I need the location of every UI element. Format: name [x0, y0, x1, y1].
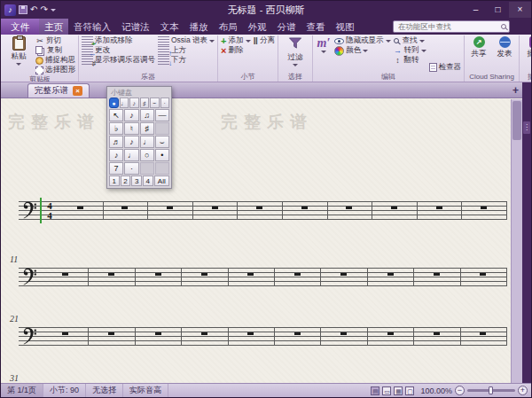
add-remove-instruments-button[interactable]: +添加或移除 [82, 36, 155, 45]
ribbon-tab-note-input[interactable]: 音符输入 [68, 19, 116, 35]
whole-bar-rest[interactable] [481, 207, 487, 209]
whole-bar-rest[interactable] [434, 332, 440, 335]
ossia-above-button[interactable]: ↑上方 [158, 46, 215, 55]
ribbon-search-input[interactable] [396, 21, 501, 32]
magnetic-layout-button[interactable]: m′ [316, 36, 332, 53]
keypad-key-r4c3[interactable]: ○ [140, 149, 154, 161]
ribbon-tab-play[interactable]: 播放 [184, 19, 214, 35]
scrollbar-thumb[interactable] [512, 101, 521, 140]
maximize-button[interactable]: □ [487, 2, 509, 18]
panel-grip-icon[interactable]: ⋮ [523, 121, 530, 134]
whole-bar-rest[interactable] [294, 273, 301, 276]
whole-bar-rest[interactable] [167, 207, 173, 209]
whole-bar-rest[interactable] [256, 207, 262, 209]
whole-bar-rest[interactable] [62, 273, 68, 276]
whole-bar-rest[interactable] [247, 273, 254, 276]
whole-bar-rest[interactable] [62, 332, 68, 335]
whole-bar-rest[interactable] [155, 332, 161, 335]
ribbon-tab-layout[interactable]: 布局 [214, 19, 243, 35]
keypad-voice-4[interactable]: 4 [143, 176, 153, 186]
close-button[interactable]: × [509, 2, 531, 18]
ossia-staff-button[interactable]: Ossia 谱表 [158, 36, 215, 45]
capture-idea-button[interactable]: 捕捉构思 [35, 56, 75, 65]
view-mode-pages-icon[interactable]: ▤ [371, 386, 379, 395]
whole-bar-rest[interactable] [247, 332, 254, 335]
zoom-slider[interactable] [467, 389, 515, 392]
score-system-3[interactable] [19, 327, 506, 347]
new-tab-button[interactable]: + [512, 83, 519, 98]
ribbon-tab-home[interactable]: 主页 [39, 19, 68, 35]
paste-button[interactable]: 粘贴 [4, 36, 33, 66]
ribbon-tab-notations[interactable]: 记谱法 [116, 19, 155, 35]
keypad-key-r5c2[interactable]: · [124, 162, 138, 175]
minimize-button[interactable]: – [465, 2, 487, 18]
keypad-key-r3c4[interactable]: ⌣ [155, 136, 169, 148]
keypad-key-r3c3[interactable]: ♩ [140, 136, 154, 148]
whole-bar-rest[interactable] [212, 207, 218, 209]
zoom-out-button[interactable]: − [455, 386, 465, 395]
whole-bar-rest[interactable] [108, 273, 114, 276]
undo-icon[interactable]: ↶ [30, 4, 37, 15]
select-graphic-button[interactable]: 选择图形 [35, 66, 75, 74]
whole-bar-rest[interactable] [434, 273, 440, 276]
whole-bar-rest[interactable] [155, 273, 161, 276]
keypad-key-r1c3[interactable]: ♫ [140, 109, 154, 121]
keypad-layout-tab-6-icon[interactable]: · [160, 98, 170, 108]
color-button[interactable]: 颜色 [334, 46, 391, 55]
keypad-window[interactable]: 小键盘 ●♩♪♯⌣· ↖♪♫—♭♮♯♬♪♩⌣♪♩○•7· 1234All [106, 86, 172, 189]
score-system-2[interactable] [19, 268, 506, 287]
ribbon-tab-parts[interactable]: 分谱 [272, 19, 301, 35]
whole-bar-rest[interactable] [346, 207, 352, 209]
keypad-key-r2c3[interactable]: ♯ [140, 122, 154, 135]
whole-bar-rest[interactable] [387, 273, 394, 276]
whole-bar-rest[interactable] [436, 207, 442, 209]
keypad-key-r2c2[interactable]: ♮ [124, 122, 138, 135]
whole-bar-rest[interactable] [391, 207, 397, 209]
keypad-voice-2[interactable]: 2 [121, 176, 131, 186]
ribbon-tab-review[interactable]: 查看 [301, 19, 331, 35]
score-canvas[interactable]: 完整乐谱 完整乐谱 44112131 [1, 98, 522, 383]
document-tab-full-score[interactable]: 完整乐谱 × [27, 83, 90, 98]
split-bar-button[interactable]: ‖分离 [254, 36, 275, 45]
view-mode-panorama-icon[interactable]: ▭ [382, 386, 391, 395]
delete-bar-button[interactable]: ×删除 [221, 46, 250, 55]
ribbon-tab-appearance[interactable]: 外观 [243, 19, 272, 35]
whole-bar-rest[interactable] [201, 332, 207, 335]
keypad-voice-3[interactable]: 3 [131, 176, 142, 186]
zoom-in-button[interactable]: + [518, 386, 528, 395]
app-icon[interactable]: ♪ [4, 4, 16, 16]
ribbon-tab-text[interactable]: 文本 [155, 19, 184, 35]
ribbon-tab-view[interactable]: 视图 [331, 19, 360, 35]
whole-bar-rest[interactable] [340, 332, 347, 335]
plugins-button[interactable]: 插件 [522, 36, 531, 63]
keypad-key-r3c2[interactable]: ♪ [124, 136, 138, 148]
status-pitch-mode[interactable]: 实际音高 [123, 384, 168, 397]
whole-bar-rest[interactable] [301, 207, 308, 209]
share-button[interactable]: ↗ 共享 [467, 36, 490, 59]
add-bar-button[interactable]: +添加 [221, 36, 250, 45]
whole-bar-rest[interactable] [340, 273, 347, 276]
status-page[interactable]: 第 1/1页 [1, 384, 43, 397]
keypad-layout-tab-5-icon[interactable]: ⌣ [150, 98, 160, 108]
search-icon[interactable] [501, 24, 506, 29]
qat-dropdown-icon[interactable] [51, 9, 56, 12]
tab-close-icon[interactable]: × [73, 86, 82, 96]
time-signature[interactable]: 44 [44, 201, 55, 220]
keypad-key-r1c1[interactable]: ↖ [109, 109, 123, 121]
keypad-key-r1c2[interactable]: ♪ [124, 109, 138, 121]
change-instrument-button[interactable]: ↔更改 [82, 46, 155, 55]
cut-button[interactable]: ✂剪切 [35, 36, 75, 45]
vertical-scrollbar[interactable] [511, 99, 522, 383]
whole-bar-rest[interactable] [121, 207, 128, 209]
hide-show-button[interactable]: 隐藏或显示 [334, 36, 391, 45]
view-mode-single-icon[interactable]: ▢ [405, 386, 414, 395]
redo-icon[interactable]: ↷ [40, 4, 47, 15]
keypad-key-r4c1[interactable]: ♪ [109, 149, 123, 161]
transposing-score-button[interactable]: ♯显示移调乐器调号 [82, 56, 155, 65]
goto-button[interactable]: →转到 [394, 46, 426, 55]
whole-bar-rest[interactable] [480, 273, 486, 276]
whole-bar-rest[interactable] [480, 332, 486, 335]
keypad-key-r2c1[interactable]: ♭ [109, 122, 123, 135]
keypad-key-r1c4[interactable]: — [155, 109, 169, 121]
keypad-layout-tab-2-icon[interactable]: ♩ [120, 98, 129, 108]
